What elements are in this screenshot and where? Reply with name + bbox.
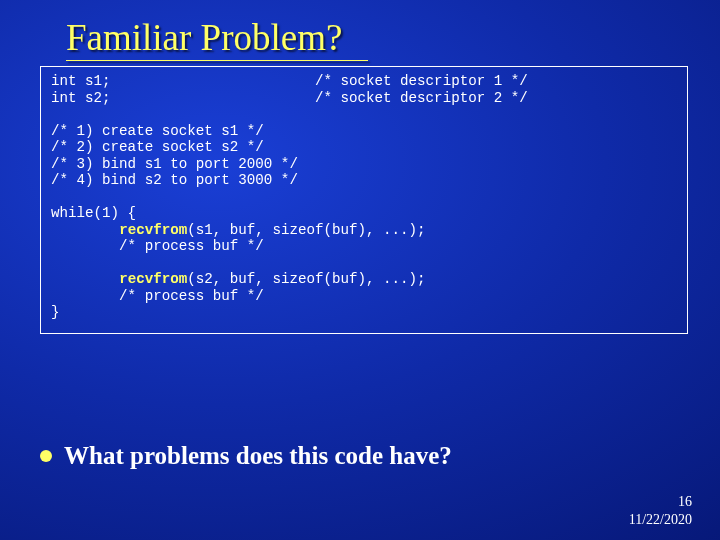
title-underline [66,60,368,61]
code-indent [51,271,119,287]
code-rest: (s2, buf, sizeof(buf), ...); [187,271,425,287]
bullet-icon [40,450,52,462]
bullet-text: What problems does this code have? [64,442,452,470]
code-line: /* 2) create socket s2 */ [51,139,264,155]
code-line: } [51,304,60,320]
code-line: /* 3) bind s1 to port 2000 */ [51,156,298,172]
code-line: /* 4) bind s2 to port 3000 */ [51,172,298,188]
code-line: while(1) { [51,205,136,221]
keyword-recvfrom: recvfrom [119,271,187,287]
code-line: int s1; /* socket descriptor 1 */ [51,73,528,89]
date-stamp: 11/22/2020 [629,512,692,528]
code-line: /* process buf */ [51,238,264,254]
code-line: int s2; /* socket descriptor 2 */ [51,90,528,106]
code-block: int s1; /* socket descriptor 1 */ int s2… [40,66,688,334]
code-rest: (s1, buf, sizeof(buf), ...); [187,222,425,238]
code-indent [51,222,119,238]
page-number: 16 [678,494,692,510]
code-line: /* 1) create socket s1 */ [51,123,264,139]
bullet-row: What problems does this code have? [40,442,452,470]
slide-title: Familiar Problem? [66,16,342,59]
keyword-recvfrom: recvfrom [119,222,187,238]
slide: Familiar Problem? int s1; /* socket desc… [0,0,720,540]
code-line: /* process buf */ [51,288,264,304]
